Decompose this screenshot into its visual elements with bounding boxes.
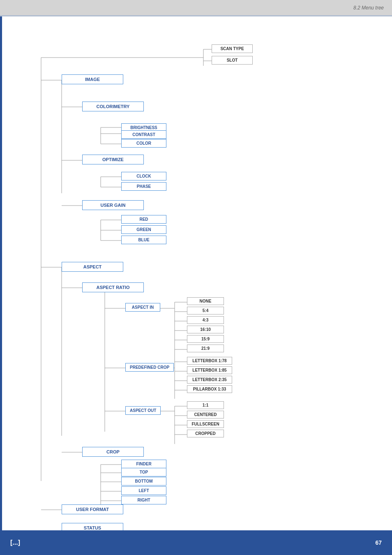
- 4-3-option: 4:3: [187, 316, 224, 324]
- letterbox-178-option: LETTERBOX 1:78: [187, 357, 232, 365]
- predefined-crop-box: PREDEFINED CROP: [125, 363, 174, 372]
- tree-svg: [2, 16, 384, 522]
- content-area: SCAN TYPE SLOT IMAGE COLORIMETRY BRIGHTN…: [2, 16, 392, 530]
- aspect-ratio-box: ASPECT RATIO: [82, 282, 144, 292]
- user-gain-box: USER GAIN: [82, 200, 144, 210]
- finder-box: FINDER: [121, 460, 166, 468]
- user-format-box: USER FORMAT: [62, 504, 123, 514]
- letterbox-235-option: LETTERBOX 2:35: [187, 376, 232, 384]
- optimize-box: OPTIMIZE: [82, 155, 144, 164]
- section-title: 8.2 Menu tree: [353, 5, 384, 11]
- page: 8.2 Menu tree: [0, 0, 392, 555]
- 5-4-option: 5:4: [187, 307, 224, 314]
- scan-type-box: SCAN TYPE: [212, 44, 253, 53]
- centered-option: CENTERED: [187, 411, 224, 419]
- footer-ellipsis: [...]: [10, 539, 20, 546]
- 1-1-option: 1:1: [187, 401, 224, 409]
- green-box: GREEN: [121, 225, 166, 234]
- blue-box: BLUE: [121, 236, 166, 244]
- contrast-box: CONTRAST: [121, 130, 166, 139]
- 15-9-option: 15:9: [187, 335, 224, 343]
- bottom-box: BOTTOM: [121, 477, 166, 486]
- left-box: LEFT: [121, 486, 166, 495]
- right-box: RIGHT: [121, 496, 166, 504]
- color-box: COLOR: [121, 139, 166, 148]
- cropped-option: CROPPED: [187, 430, 224, 437]
- page-number: 67: [375, 539, 382, 546]
- fullscreen-option: FULLSCREEN: [187, 420, 224, 428]
- aspect-box: ASPECT: [62, 262, 123, 272]
- 21-9-option: 21:9: [187, 345, 224, 352]
- none-option: NONE: [187, 297, 224, 305]
- image-box: IMAGE: [62, 74, 123, 84]
- letterbox-185-option: LETTERBOX 1:85: [187, 366, 232, 374]
- red-box: RED: [121, 215, 166, 224]
- phase-box: PHASE: [121, 182, 166, 191]
- 16-10-option: 16:10: [187, 326, 224, 333]
- top-box: TOP: [121, 468, 166, 476]
- footer: [...] 67: [0, 530, 392, 555]
- aspect-in-box: ASPECT IN: [125, 303, 160, 312]
- aspect-out-box: ASPECT OUT: [125, 406, 161, 415]
- colorimetry-box: COLORIMETRY: [82, 102, 144, 111]
- clock-box: CLOCK: [121, 172, 166, 180]
- pillarbox-133-option: PILLARBOX 1:33: [187, 385, 232, 393]
- crop-box: CROP: [82, 447, 144, 457]
- slot-box: SLOT: [212, 56, 253, 65]
